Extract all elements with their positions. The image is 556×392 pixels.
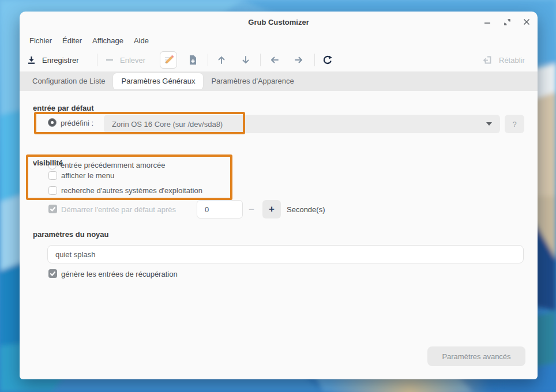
revert-label: Rétablir: [499, 56, 525, 65]
boot-timeout-label[interactable]: Démarrer l'entrée par défaut après: [61, 205, 176, 214]
tab-parametres-generaux[interactable]: Paramètres Généraux: [113, 73, 203, 89]
toolbar-separator: [97, 54, 97, 66]
default-entry-combobox[interactable]: Zorin OS 16 Core (sur /dev/sda8): [104, 115, 500, 133]
titlebar: Grub Customizer: [20, 12, 538, 32]
edit-pencil-icon: [162, 54, 175, 66]
arrow-up-icon: [216, 55, 227, 65]
toolbar-separator: [260, 54, 261, 66]
arrow-down-icon: [241, 55, 251, 65]
timeout-minus-button[interactable]: −: [249, 204, 254, 216]
kernel-params-input[interactable]: [47, 245, 524, 263]
tab-configuration-de-liste[interactable]: Configuration de Liste: [24, 73, 113, 89]
general-settings-panel: entrée par défaut prédéfini : Zorin OS 1…: [20, 91, 538, 379]
combobox-value: Zorin OS 16 Core (sur /dev/sda8): [112, 120, 223, 129]
move-left-button[interactable]: [269, 48, 280, 71]
move-right-button[interactable]: [294, 48, 304, 71]
refresh-icon: [322, 55, 333, 66]
minimize-icon: [484, 18, 491, 25]
revert-button[interactable]: Rétablir: [483, 48, 525, 71]
revert-icon: [483, 55, 493, 65]
maximize-icon: [504, 18, 511, 26]
toolbar-separator: [208, 54, 208, 66]
refresh-button[interactable]: [322, 48, 333, 71]
show-menu-checkbox[interactable]: [48, 171, 57, 180]
menu-fichier[interactable]: Fichier: [24, 36, 57, 45]
help-label: ?: [512, 120, 516, 129]
window-title: Grub Customizer: [20, 12, 538, 32]
arrow-right-icon: [294, 55, 304, 65]
remove-button[interactable]: Enlever: [105, 48, 145, 71]
menu-affichage[interactable]: Affichage: [87, 36, 129, 45]
check-icon: [50, 270, 56, 277]
predefined-label[interactable]: prédéfini :: [61, 119, 93, 127]
search-other-os-label[interactable]: recherche d'autres systèmes d'exploitati…: [61, 186, 202, 195]
tabbar: Configuration de Liste Paramètres Généra…: [20, 71, 538, 91]
visibility-header: visibilité: [33, 159, 63, 167]
menu-editer[interactable]: Éditer: [57, 36, 87, 45]
edit-button[interactable]: [160, 48, 177, 71]
search-other-os-checkbox[interactable]: [48, 186, 57, 195]
minimize-button[interactable]: [483, 18, 491, 26]
kernel-params-header: paramètres du noyau: [33, 230, 109, 239]
menubar: Fichier Éditer Affichage Aide: [20, 32, 538, 48]
boot-timeout-checkbox[interactable]: [48, 205, 57, 213]
previously-booted-label[interactable]: entrée précédemment amorcée: [61, 161, 165, 169]
recovery-entries-checkbox[interactable]: [48, 269, 57, 278]
maximize-button[interactable]: [503, 18, 511, 26]
arrow-left-icon: [269, 55, 280, 65]
chevron-down-icon: [486, 122, 492, 126]
close-button[interactable]: [523, 18, 531, 26]
close-icon: [523, 18, 530, 25]
timeout-value-input[interactable]: [197, 200, 243, 218]
advanced-settings-button[interactable]: Paramètres avancés: [427, 346, 525, 366]
save-button[interactable]: Enregistrer: [27, 48, 79, 71]
tab-parametres-apparence[interactable]: Paramètres d'Apparence: [203, 73, 302, 89]
grub-customizer-window: Grub Customizer Fichier Éditer Affichage…: [20, 12, 538, 379]
default-entry-header: entrée par défaut: [33, 104, 93, 112]
save-download-icon: [27, 55, 36, 65]
recovery-entries-label[interactable]: génère les entrées de récupération: [61, 270, 178, 278]
check-icon: [50, 206, 56, 212]
minus-icon: [105, 55, 114, 65]
add-entry-button[interactable]: [187, 48, 198, 71]
toolbar: Enregistrer Enlever: [20, 48, 538, 71]
remove-label: Enlever: [120, 56, 145, 65]
save-label: Enregistrer: [42, 56, 79, 65]
menu-aide[interactable]: Aide: [129, 36, 154, 45]
predefined-radio[interactable]: [48, 118, 57, 127]
add-document-icon: [187, 54, 198, 66]
move-down-button[interactable]: [241, 48, 251, 71]
timeout-plus-button[interactable]: +: [262, 200, 281, 218]
timeout-unit-label: Seconde(s): [287, 205, 325, 214]
move-up-button[interactable]: [216, 48, 227, 71]
plus-label: +: [269, 203, 275, 215]
help-button[interactable]: ?: [505, 115, 524, 133]
toolbar-separator: [314, 54, 315, 66]
show-menu-label[interactable]: afficher le menu: [61, 171, 114, 180]
